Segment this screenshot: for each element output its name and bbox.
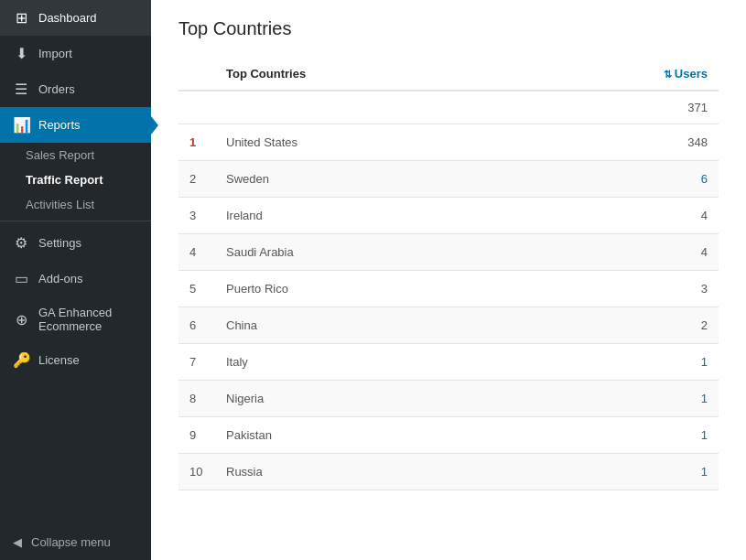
- main-content: Top Countries Top Countries ⇅Users 371 1…: [151, 0, 746, 560]
- cell-users: 3: [521, 271, 719, 307]
- cell-country[interactable]: Nigeria: [215, 381, 521, 417]
- countries-table: Top Countries ⇅Users 371 1United States3…: [178, 58, 719, 490]
- cell-users: 1: [521, 344, 719, 381]
- cell-users: 1: [521, 454, 719, 490]
- sidebar-item-dashboard[interactable]: ⊞ Dashboard: [0, 0, 151, 36]
- sidebar-item-label: Settings: [38, 236, 81, 250]
- sidebar-sub-sales-report[interactable]: Sales Report: [0, 143, 151, 167]
- reports-icon: 📊: [13, 116, 29, 134]
- cell-users: 4: [521, 234, 719, 271]
- addons-icon: ▭: [13, 270, 29, 287]
- table-row: 1United States348: [178, 124, 719, 161]
- cell-rank: 9: [178, 417, 215, 454]
- sidebar-item-license[interactable]: 🔑 License: [0, 342, 151, 378]
- page-title: Top Countries: [178, 18, 719, 39]
- cell-users: 1: [521, 381, 719, 417]
- ga-icon: ⊕: [13, 311, 29, 328]
- cell-rank: 10: [178, 454, 215, 490]
- cell-country[interactable]: Russia: [215, 454, 521, 490]
- sidebar-item-label: Import: [38, 47, 72, 60]
- table-header-row: Top Countries ⇅Users: [178, 58, 719, 91]
- cell-rank: 2: [178, 161, 215, 198]
- cell-rank: 1: [178, 124, 215, 161]
- cell-country[interactable]: Sweden: [215, 161, 521, 198]
- sidebar-item-label: License: [38, 353, 80, 367]
- cell-rank: 3: [178, 198, 215, 234]
- sort-icon: ⇅: [664, 69, 672, 80]
- dashboard-icon: ⊞: [13, 9, 29, 27]
- table-row: 8Nigeria1: [178, 381, 719, 417]
- total-users: 371: [521, 91, 719, 124]
- sidebar-item-label: Reports: [38, 118, 81, 132]
- cell-users: 1: [521, 417, 719, 454]
- cell-country[interactable]: Ireland: [215, 198, 521, 234]
- table-row: 10Russia1: [178, 454, 719, 490]
- sidebar-item-label: GA Enhanced Ecommerce: [38, 306, 138, 333]
- cell-users: 4: [521, 198, 719, 234]
- th-country[interactable]: Top Countries: [215, 58, 521, 91]
- table-row: 9Pakistan1: [178, 417, 719, 454]
- cell-rank: 8: [178, 381, 215, 417]
- cell-country: China: [215, 307, 521, 344]
- sidebar-item-label: Add-ons: [38, 272, 82, 285]
- th-rank: [178, 58, 215, 91]
- table-row: 2Sweden6: [178, 161, 719, 198]
- table-row: 6China2: [178, 307, 719, 344]
- sidebar-item-settings[interactable]: ⚙ Settings: [0, 225, 151, 261]
- cell-country[interactable]: Puerto Rico: [215, 271, 521, 307]
- cell-rank: 7: [178, 344, 215, 381]
- cell-rank: 5: [178, 271, 215, 307]
- sidebar-item-addons[interactable]: ▭ Add-ons: [0, 261, 151, 296]
- total-country: [215, 91, 521, 124]
- cell-rank: 6: [178, 307, 215, 344]
- orders-icon: ☰: [13, 81, 29, 98]
- sidebar-item-label: Orders: [38, 82, 75, 96]
- import-icon: ⬇: [13, 45, 29, 62]
- sidebar-item-orders[interactable]: ☰ Orders: [0, 71, 151, 107]
- table-row: 4Saudi Arabia4: [178, 234, 719, 271]
- table-row: 7Italy1: [178, 344, 719, 381]
- cell-country[interactable]: Italy: [215, 344, 521, 381]
- cell-rank: 4: [178, 234, 215, 271]
- cell-country[interactable]: Saudi Arabia: [215, 234, 521, 271]
- sidebar-item-label: Dashboard: [38, 11, 97, 25]
- table-row: 5Puerto Rico3: [178, 271, 719, 307]
- table-total-row: 371: [178, 91, 719, 124]
- sidebar: ⊞ Dashboard ⬇ Import ☰ Orders 📊 Reports …: [0, 0, 151, 560]
- collapse-icon: ◀: [13, 535, 22, 549]
- sidebar-item-import[interactable]: ⬇ Import: [0, 36, 151, 71]
- sidebar-item-reports[interactable]: 📊 Reports: [0, 107, 151, 143]
- table-row: 3Ireland4: [178, 198, 719, 234]
- collapse-menu-button[interactable]: ◀ Collapse menu: [0, 524, 151, 560]
- cell-users: 2: [521, 307, 719, 344]
- th-users[interactable]: ⇅Users: [521, 58, 719, 91]
- settings-icon: ⚙: [13, 234, 29, 252]
- cell-country[interactable]: Pakistan: [215, 417, 521, 454]
- cell-country[interactable]: United States: [215, 124, 521, 161]
- sidebar-item-ga-enhanced[interactable]: ⊕ GA Enhanced Ecommerce: [0, 296, 151, 342]
- cell-users: 348: [521, 124, 719, 161]
- sidebar-sub-traffic-report[interactable]: Traffic Report: [0, 167, 151, 192]
- cell-users: 6: [521, 161, 719, 198]
- license-icon: 🔑: [13, 351, 29, 369]
- total-rank: [178, 91, 215, 124]
- sidebar-sub-activities-list[interactable]: Activities List: [0, 192, 151, 217]
